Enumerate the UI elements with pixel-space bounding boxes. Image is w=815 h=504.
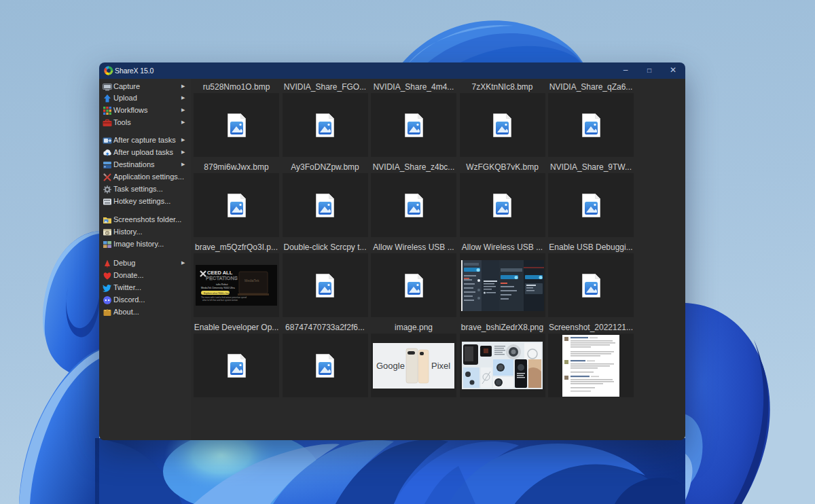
svg-text:MediaTek: MediaTek bbox=[244, 278, 259, 283]
svg-text:PECTATIONS: PECTATIONS bbox=[206, 275, 238, 281]
svg-text:MediaTek Dimensity 9000 Ultra: MediaTek Dimensity 9000 Ultra bbox=[201, 287, 235, 289]
svg-text:tufts Rebut: tufts Rebut bbox=[216, 283, 228, 286]
svg-text:what to left that and fast sys: what to left that and fast system tontio… bbox=[202, 299, 238, 302]
svg-text:Pixel: Pixel bbox=[431, 361, 450, 371]
svg-text:Google: Google bbox=[376, 361, 405, 371]
svg-text:Explore what 9000+ has: Explore what 9000+ has bbox=[204, 292, 230, 295]
